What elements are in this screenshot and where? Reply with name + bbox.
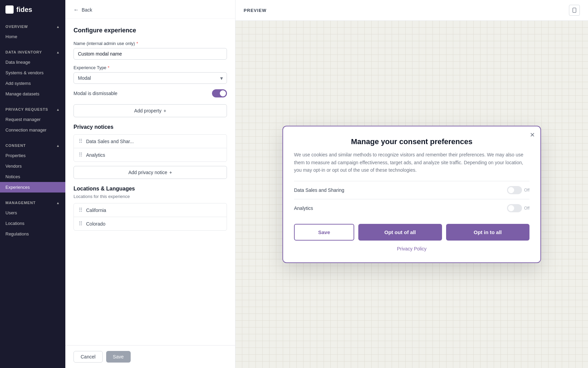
- toggle-state-label: Off: [524, 188, 529, 193]
- chevron-up-icon: ▲: [56, 201, 60, 205]
- sidebar-section-header-privacy-requests[interactable]: PRIVACY REQUESTS ▲: [0, 105, 65, 114]
- sidebar-section-header-consent[interactable]: CONSENT ▲: [0, 141, 65, 150]
- toggle-state-label: Off: [524, 206, 529, 211]
- save-button[interactable]: Save: [106, 351, 131, 363]
- sidebar-item-locations[interactable]: Locations: [0, 218, 65, 229]
- plus-icon: +: [163, 108, 166, 113]
- preview-header: PREVIEW: [235, 0, 588, 21]
- chevron-up-icon: ▲: [56, 144, 60, 148]
- preview-panel: PREVIEW ✕ Manage your consent preference…: [235, 0, 588, 368]
- consent-toggle-data-sales[interactable]: Off: [507, 186, 529, 194]
- sidebar-section-overview: OVERVIEW ▲ Home: [0, 19, 65, 45]
- name-label: Name (internal admin use only) *: [74, 41, 227, 46]
- modal-opt-out-button[interactable]: Opt out of all: [358, 224, 442, 241]
- chevron-up-icon: ▲: [56, 25, 60, 29]
- sidebar-item-add-systems[interactable]: Add systems: [0, 78, 65, 89]
- config-footer: Cancel Save: [65, 345, 235, 368]
- toggle-track: [507, 204, 522, 212]
- modal-dismissable-toggle[interactable]: [212, 89, 227, 97]
- back-arrow-icon: ←: [74, 7, 79, 13]
- locations-subtitle: Locations for this experience: [74, 194, 227, 199]
- consent-item-label: Analytics: [294, 205, 313, 211]
- drag-handle-icon[interactable]: ⠿: [79, 207, 83, 213]
- notice-item-analytics: ⠿ Analytics: [74, 148, 227, 162]
- config-panel: ← Back Configure experience Name (intern…: [65, 0, 235, 368]
- locations-title: Locations & Languages: [74, 186, 227, 192]
- privacy-policy-link[interactable]: Privacy Policy: [294, 246, 529, 251]
- required-indicator: *: [136, 41, 138, 46]
- app-name: fides: [16, 6, 32, 14]
- modal-opt-in-button[interactable]: Opt in to all: [446, 224, 530, 241]
- modal-title: Manage your consent preferences: [294, 137, 529, 146]
- sidebar-item-notices[interactable]: Notices: [0, 171, 65, 182]
- sidebar-section-header-overview[interactable]: OVERVIEW ▲: [0, 22, 65, 31]
- main-content: ← Back Configure experience Name (intern…: [65, 0, 588, 368]
- sidebar-item-connection-manager[interactable]: Connection manager: [0, 125, 65, 135]
- modal-dismissable-label: Modal is dismissable: [74, 91, 117, 96]
- modal-dismissable-row: Modal is dismissable: [74, 89, 227, 97]
- consent-modal: ✕ Manage your consent preferences We use…: [282, 126, 541, 263]
- sidebar-section-consent: CONSENT ▲ Properties Vendors Notices Exp…: [0, 138, 65, 195]
- config-body: Configure experience Name (internal admi…: [65, 19, 235, 345]
- consent-item-analytics: Analytics Off: [294, 199, 529, 217]
- back-button[interactable]: ← Back: [65, 0, 235, 19]
- notice-item-data-sales: ⠿ Data Sales and Shar...: [74, 135, 227, 148]
- sidebar-item-regulations[interactable]: Regulations: [0, 229, 65, 239]
- location-item-california: ⠿ California: [74, 203, 227, 217]
- experience-type-select-wrapper: Modal ▾: [74, 72, 227, 84]
- name-input[interactable]: [74, 48, 227, 60]
- modal-buttons: Save Opt out of all Opt in to all: [294, 224, 529, 241]
- sidebar-section-management: MANAGEMENT ▲ Users Locations Regulations: [0, 195, 65, 242]
- experience-type-select[interactable]: Modal: [74, 72, 227, 84]
- drag-handle-icon[interactable]: ⠿: [79, 220, 83, 227]
- drag-handle-icon[interactable]: ⠿: [79, 138, 83, 144]
- sidebar-item-manage-datasets[interactable]: Manage datasets: [0, 89, 65, 99]
- required-indicator: *: [108, 65, 110, 70]
- sidebar-section-header-data-inventory[interactable]: DATA INVENTORY ▲: [0, 47, 65, 57]
- consent-item-label: Data Sales and Sharing: [294, 187, 344, 193]
- location-label: California: [86, 208, 106, 213]
- notice-item-label: Data Sales and Shar...: [86, 139, 134, 144]
- config-section-title: Configure experience: [74, 27, 227, 34]
- sidebar: fides OVERVIEW ▲ Home DATA INVENTORY ▲ D…: [0, 0, 65, 368]
- tablet-icon: [572, 7, 577, 13]
- sidebar-item-vendors[interactable]: Vendors: [0, 161, 65, 171]
- sidebar-item-users[interactable]: Users: [0, 208, 65, 218]
- notice-item-label: Analytics: [86, 152, 105, 158]
- modal-description: We use cookies and similar methods to re…: [294, 151, 529, 174]
- back-label: Back: [82, 7, 92, 13]
- chevron-up-icon: ▲: [56, 108, 60, 111]
- preview-title: PREVIEW: [244, 8, 266, 13]
- sidebar-item-experiences[interactable]: Experiences: [0, 182, 65, 193]
- add-property-button[interactable]: Add property +: [74, 104, 227, 117]
- toggle-track: [507, 186, 522, 194]
- chevron-up-icon: ▲: [56, 50, 60, 54]
- location-list: ⠿ California ⠿ Colorado: [74, 203, 227, 231]
- privacy-notices-title: Privacy notices: [74, 124, 227, 130]
- sidebar-item-home[interactable]: Home: [0, 31, 65, 42]
- device-toggle-button[interactable]: [569, 5, 580, 16]
- location-item-colorado: ⠿ Colorado: [74, 217, 227, 230]
- sidebar-section-header-management[interactable]: MANAGEMENT ▲: [0, 198, 65, 208]
- sidebar-item-properties[interactable]: Properties: [0, 150, 65, 161]
- sidebar-item-request-manager[interactable]: Request manager: [0, 114, 65, 125]
- consent-item-data-sales: Data Sales and Sharing Off: [294, 181, 529, 199]
- plus-icon: +: [169, 170, 172, 175]
- sidebar-section-privacy-requests: PRIVACY REQUESTS ▲ Request manager Conne…: [0, 102, 65, 138]
- location-label: Colorado: [86, 221, 105, 227]
- svg-rect-0: [573, 8, 576, 12]
- preview-content: ✕ Manage your consent preferences We use…: [235, 21, 588, 368]
- sidebar-item-data-lineage[interactable]: Data lineage: [0, 57, 65, 67]
- modal-save-button[interactable]: Save: [294, 224, 354, 241]
- cancel-button[interactable]: Cancel: [74, 351, 103, 363]
- notice-list: ⠿ Data Sales and Shar... ⠿ Analytics: [74, 134, 227, 162]
- modal-close-button[interactable]: ✕: [530, 131, 535, 139]
- add-privacy-notice-button[interactable]: Add privacy notice +: [74, 166, 227, 179]
- consent-toggle-analytics[interactable]: Off: [507, 204, 529, 212]
- app-logo: fides: [0, 0, 65, 19]
- drag-handle-icon[interactable]: ⠿: [79, 152, 83, 158]
- sidebar-item-systems-vendors[interactable]: Systems & vendors: [0, 67, 65, 78]
- sidebar-section-data-inventory: DATA INVENTORY ▲ Data lineage Systems & …: [0, 45, 65, 102]
- logo-icon: [5, 5, 14, 14]
- experience-type-label: Experience Type *: [74, 65, 227, 70]
